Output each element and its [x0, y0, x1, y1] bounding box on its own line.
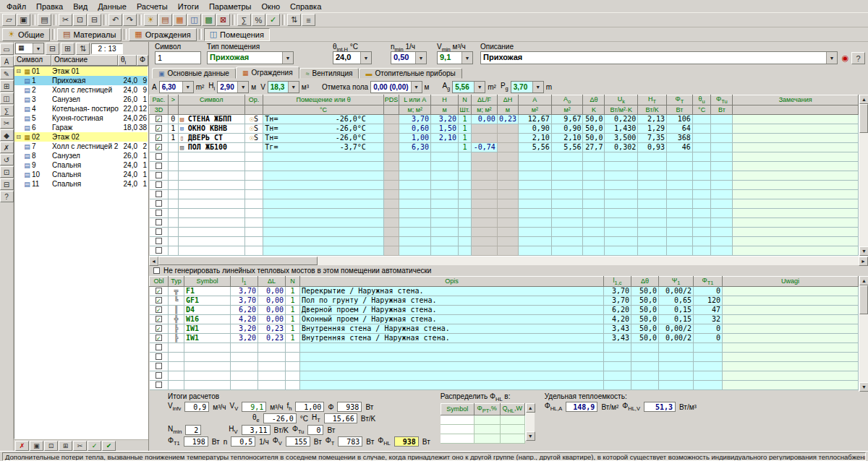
tree-room-row[interactable]: ▤10Спальня24,01 [14, 170, 148, 179]
grid-cell[interactable] [604, 342, 631, 352]
grid-orientation-cell[interactable]: ☉S [244, 124, 263, 133]
summary-value[interactable]: 2 [185, 425, 201, 435]
grid-cell[interactable] [551, 161, 583, 171]
grid-neighbor-cell[interactable]: Тг=-3,7°C [263, 142, 383, 152]
grid-cell[interactable] [399, 227, 431, 236]
summary-value[interactable]: 155 [286, 436, 310, 447]
grid-col-header-4[interactable] [244, 105, 263, 114]
grid-col-header-17[interactable]: ΦT [666, 95, 692, 105]
bridge-type-icon[interactable]: ║ [169, 305, 184, 314]
grid-cell[interactable] [692, 208, 711, 217]
grid-cell[interactable] [605, 199, 638, 208]
grid-cell[interactable] [692, 199, 711, 208]
grid-col-header-3[interactable]: Символ [178, 95, 244, 105]
grid-cell[interactable] [431, 246, 459, 255]
bridge-col-header-3[interactable]: Symbol [184, 277, 231, 287]
room-tool-button[interactable]: ◫ [0, 92, 14, 104]
grid-cell[interactable] [551, 180, 583, 189]
grid-col-header-8[interactable]: м [431, 105, 459, 114]
bridge-description-cell[interactable]: Оконный проем / Наружная стена. [300, 314, 604, 324]
grid-pds-cell[interactable] [383, 142, 399, 152]
grid-cell[interactable] [551, 208, 583, 217]
save-row-button[interactable]: ▣ [30, 441, 43, 451]
grid-cell[interactable] [605, 246, 638, 255]
text-button[interactable]: A [0, 56, 14, 67]
grid-cell[interactable] [300, 371, 604, 380]
bridge-uwagi-cell[interactable] [723, 305, 859, 314]
bridge-psi-cell[interactable]: 0,15 [659, 314, 694, 324]
grid-cell[interactable] [551, 236, 583, 246]
grid-cell[interactable] [518, 246, 551, 255]
grid-cell[interactable] [497, 227, 518, 236]
grid-cell[interactable] [694, 371, 723, 380]
grid-cell[interactable] [605, 189, 638, 199]
grid-cell[interactable] [666, 161, 692, 171]
grid-cell[interactable] [458, 217, 471, 227]
grid-cell[interactable] [258, 352, 286, 361]
grid-cell[interactable] [471, 180, 497, 189]
grid-cell[interactable] [711, 246, 733, 255]
tab-4[interactable]: ▬Отопительные приборы [359, 68, 461, 79]
grid-cell[interactable] [497, 199, 518, 208]
grid-length-cell[interactable]: 0,60 [399, 124, 431, 133]
grid-cell[interactable] [605, 227, 638, 236]
distribute-vscrollbar[interactable]: ▲ ▼ [525, 403, 535, 441]
grid-ftu-cell[interactable] [711, 133, 733, 142]
grid-cell[interactable] [169, 380, 184, 389]
grid-uk-cell[interactable]: 3,500 [605, 133, 638, 142]
bridge-l1c-cell[interactable]: 3,70 [604, 296, 631, 305]
grid-cell[interactable] [383, 180, 399, 189]
grid-cell[interactable] [258, 371, 286, 380]
grid-cell[interactable] [399, 180, 431, 189]
summary-value[interactable]: 783 [338, 436, 362, 447]
summary-value[interactable]: 0,5 [231, 436, 255, 447]
grid-cell[interactable] [244, 152, 263, 161]
grid-cell[interactable] [733, 236, 859, 246]
grid-cell[interactable] [711, 161, 733, 171]
redo-button[interactable]: ↷ [123, 14, 137, 26]
grid-cell[interactable] [244, 208, 263, 217]
tree-floor-row[interactable]: ⊟▦02Этаж 02 [14, 132, 148, 142]
grid-cell[interactable] [583, 152, 605, 161]
grid-pds-cell[interactable] [383, 133, 399, 142]
mode-rooms-button[interactable]: ◫Помещения [204, 28, 270, 41]
grid-cell[interactable] [399, 208, 431, 217]
geometry-input[interactable]: 2,90▼ [217, 81, 249, 93]
grid-cell[interactable] [692, 227, 711, 236]
grid-cell[interactable] [605, 171, 638, 180]
constructions-vscrollbar[interactable]: ▲ ▼ [859, 95, 868, 256]
grid-col-header-11[interactable]: ΔH [497, 95, 518, 105]
bridge-l1c-cell[interactable]: 4,20 [604, 314, 631, 324]
distribute-col-header-3[interactable]: QHL,W [500, 404, 524, 415]
mode-materials-button[interactable]: ▤Материалы [57, 28, 122, 41]
bridge-symbol-cell[interactable]: IW1 [184, 324, 231, 333]
expand-icon[interactable]: ⊟ [14, 134, 22, 140]
grid-cell[interactable] [244, 246, 263, 255]
distribute-col-header-2[interactable]: ΦPT,% [474, 404, 500, 415]
grid-cell[interactable] [711, 227, 733, 236]
bridge-l1-cell[interactable]: 3,70 [231, 286, 258, 296]
grid-cell[interactable] [518, 236, 551, 246]
grid-cell[interactable] [263, 199, 383, 208]
grid-cell[interactable] [168, 171, 178, 180]
grid-cell[interactable] [168, 189, 178, 199]
grid-cell[interactable] [263, 227, 383, 236]
bridge-l1c-cell[interactable]: 3,43 [604, 324, 631, 333]
grid-cell[interactable] [694, 361, 723, 371]
distribute-cell[interactable] [474, 415, 500, 424]
grid-cell[interactable] [399, 189, 431, 199]
grid-cell[interactable] [604, 352, 631, 361]
grid-dh-cell[interactable] [497, 133, 518, 142]
grid-height-cell[interactable]: 3,20 [431, 114, 459, 124]
save-button[interactable]: ▣ [17, 14, 30, 26]
grid-cell[interactable] [638, 208, 667, 217]
grid-cell[interactable] [383, 189, 399, 199]
scroll-down-icon[interactable]: ▼ [526, 431, 535, 441]
bridge-psi-cell[interactable]: 0,65 [659, 296, 694, 305]
grid-cell[interactable] [604, 380, 631, 389]
grid-cell[interactable] [583, 208, 605, 217]
grid-ht-cell[interactable]: 2,13 [638, 114, 667, 124]
grid-cell[interactable] [638, 217, 667, 227]
row-checkbox[interactable]: ✓ [156, 325, 162, 332]
grid-pds-cell[interactable] [383, 114, 399, 124]
